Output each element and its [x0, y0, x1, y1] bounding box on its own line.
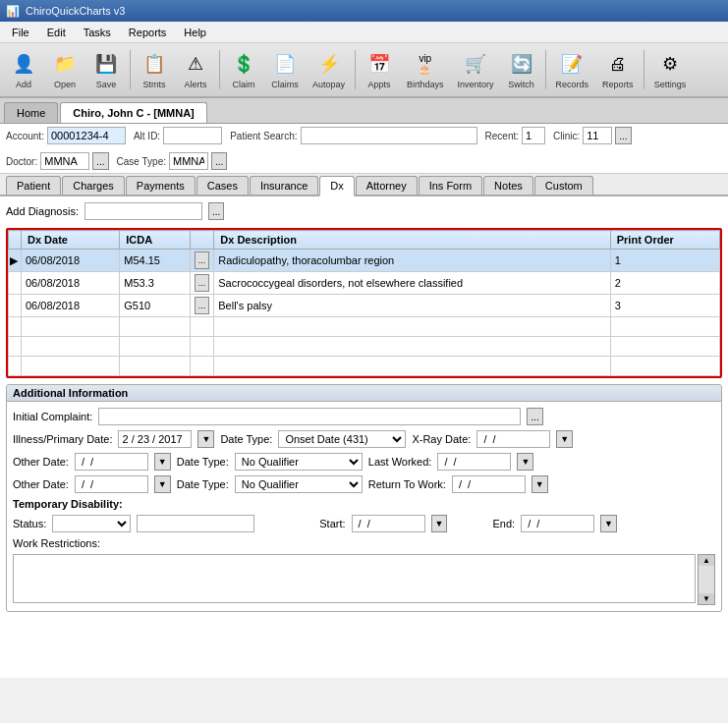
- status-input[interactable]: [137, 515, 254, 532]
- xray-date-dropdown-button[interactable]: ▼: [556, 430, 573, 448]
- table-row[interactable]: ▶ 06/08/2018 M54.15 ... Radiculopathy, t…: [9, 250, 720, 272]
- settings-button[interactable]: ⚙ Settings: [648, 46, 693, 93]
- other-date-2-label: Other Date:: [13, 478, 69, 490]
- case-type-dots-button[interactable]: ...: [211, 152, 227, 170]
- scroll-down-button[interactable]: ▼: [699, 593, 714, 604]
- nav-tab-patient[interactable]: Chiro, John C - [MMNA]: [60, 102, 206, 123]
- app-title: ChiroQuickCharts v3: [26, 5, 125, 17]
- other-date-2-input[interactable]: [75, 475, 148, 493]
- start-date-input[interactable]: [352, 515, 425, 532]
- reports-button[interactable]: 🖨 Reports: [596, 46, 640, 93]
- open-button[interactable]: 📁 Open: [45, 46, 84, 93]
- account-input[interactable]: [47, 127, 126, 144]
- nav-tab-home[interactable]: Home: [4, 102, 58, 123]
- work-restrictions-textarea[interactable]: [13, 554, 696, 603]
- add-diagnosis-input[interactable]: [84, 202, 202, 220]
- birthdays-icon: vip🎂: [412, 50, 439, 78]
- th-dx-description: Dx Description: [214, 231, 610, 250]
- switch-icon: 🔄: [508, 50, 535, 78]
- alerts-button[interactable]: ⚠ Alerts: [176, 46, 215, 93]
- menu-help[interactable]: Help: [176, 25, 214, 40]
- records-button[interactable]: 📝 Records: [550, 46, 595, 93]
- other-date-1-label: Other Date:: [13, 456, 69, 468]
- other-date-2-dropdown-button[interactable]: ▼: [154, 475, 171, 493]
- appts-button[interactable]: 📅 Appts: [360, 46, 399, 93]
- date-type-select-1[interactable]: Onset Date (431): [278, 430, 406, 448]
- return-to-work-input[interactable]: [452, 475, 526, 493]
- case-type-input[interactable]: [169, 152, 208, 170]
- row-dots[interactable]: ...: [190, 272, 214, 295]
- patient-search-label: Patient Search:: [230, 131, 297, 141]
- end-date-input[interactable]: [521, 515, 594, 532]
- table-row[interactable]: [9, 317, 720, 337]
- additional-info-section: Additional Information Initial Complaint…: [6, 384, 722, 612]
- menu-edit[interactable]: Edit: [39, 25, 74, 40]
- table-row[interactable]: [9, 357, 720, 376]
- inventory-icon: 🛒: [462, 50, 489, 78]
- end-date-dropdown-button[interactable]: ▼: [600, 515, 617, 532]
- date-type-select-2[interactable]: No Qualifier: [235, 453, 363, 471]
- tab-ins-form[interactable]: Ins Form: [419, 176, 482, 195]
- status-select[interactable]: [52, 515, 131, 532]
- illness-date-input[interactable]: [118, 430, 192, 448]
- tab-cases[interactable]: Cases: [196, 176, 249, 195]
- claim-button[interactable]: 💲 Claim: [224, 46, 263, 93]
- date-type-select-3[interactable]: No Qualifier: [235, 475, 363, 493]
- doctor-input[interactable]: [40, 152, 89, 170]
- row-print-order: 1: [610, 250, 719, 272]
- toolbar-separator-2: [219, 50, 220, 89]
- add-button[interactable]: 👤 Add: [4, 46, 43, 93]
- illness-date-dropdown-button[interactable]: ▼: [197, 430, 214, 448]
- tab-patient[interactable]: Patient: [6, 176, 61, 195]
- xray-date-input[interactable]: [476, 430, 550, 448]
- tab-payments[interactable]: Payments: [126, 176, 196, 195]
- last-worked-input[interactable]: [437, 453, 511, 471]
- menu-reports[interactable]: Reports: [121, 25, 175, 40]
- account-label: Account:: [6, 131, 44, 141]
- row-dots[interactable]: ...: [190, 295, 214, 317]
- tab-attorney[interactable]: Attorney: [356, 176, 418, 195]
- switch-button[interactable]: 🔄 Switch: [502, 46, 541, 93]
- title-bar: 📊 ChiroQuickCharts v3: [0, 0, 728, 22]
- row-icda: G510: [120, 295, 191, 317]
- stmts-button[interactable]: 📋 Stmts: [135, 46, 174, 93]
- tab-charges[interactable]: Charges: [62, 176, 125, 195]
- table-row[interactable]: 06/08/2018 G510 ... Bell's palsy 3: [9, 295, 720, 317]
- other-date-1-dropdown-button[interactable]: ▼: [154, 453, 171, 471]
- temp-disability-row: Temporary Disability:: [13, 498, 715, 510]
- return-to-work-dropdown-button[interactable]: ▼: [532, 475, 548, 493]
- doctor-group: Doctor: ...: [6, 152, 109, 170]
- th-icda: ICDA: [120, 231, 191, 250]
- patient-search-input[interactable]: [301, 127, 477, 144]
- claims-button[interactable]: 📄 Claims: [265, 46, 305, 93]
- tab-notes[interactable]: Notes: [483, 176, 533, 195]
- clinic-input[interactable]: [583, 127, 612, 144]
- alt-id-input[interactable]: [163, 127, 222, 144]
- row-dots[interactable]: ...: [190, 250, 214, 272]
- start-date-dropdown-button[interactable]: ▼: [431, 515, 448, 532]
- table-row[interactable]: 06/08/2018 M53.3 ... Sacrococcygeal diso…: [9, 272, 720, 295]
- clinic-dots-button[interactable]: ...: [615, 127, 631, 144]
- doctor-dots-button[interactable]: ...: [92, 152, 108, 170]
- row-dx-description: Bell's palsy: [214, 295, 610, 317]
- tab-custom[interactable]: Custom: [534, 176, 593, 195]
- save-button[interactable]: 💾 Save: [86, 46, 126, 93]
- birthdays-button[interactable]: vip🎂 Birthdays: [401, 46, 450, 93]
- scroll-up-button[interactable]: ▲: [699, 555, 714, 566]
- initial-complaint-dots-button[interactable]: ...: [527, 408, 542, 425]
- last-worked-dropdown-button[interactable]: ▼: [517, 453, 533, 471]
- end-label: End:: [492, 518, 515, 529]
- inventory-button[interactable]: 🛒 Inventory: [452, 46, 500, 93]
- autopay-button[interactable]: ⚡ Autopay: [307, 46, 351, 93]
- tab-insurance[interactable]: Insurance: [250, 176, 318, 195]
- table-row[interactable]: [9, 337, 720, 357]
- menu-file[interactable]: File: [4, 25, 37, 40]
- other-date-1-input[interactable]: [75, 453, 148, 471]
- tab-dx[interactable]: Dx: [319, 176, 354, 196]
- menu-tasks[interactable]: Tasks: [76, 25, 119, 40]
- recent-input[interactable]: [522, 127, 545, 144]
- add-diagnosis-row: Add Diagnosis: ...: [6, 202, 722, 220]
- add-diagnosis-dots-button[interactable]: ...: [208, 202, 224, 220]
- last-worked-label: Last Worked:: [368, 456, 432, 468]
- initial-complaint-input[interactable]: [98, 408, 521, 425]
